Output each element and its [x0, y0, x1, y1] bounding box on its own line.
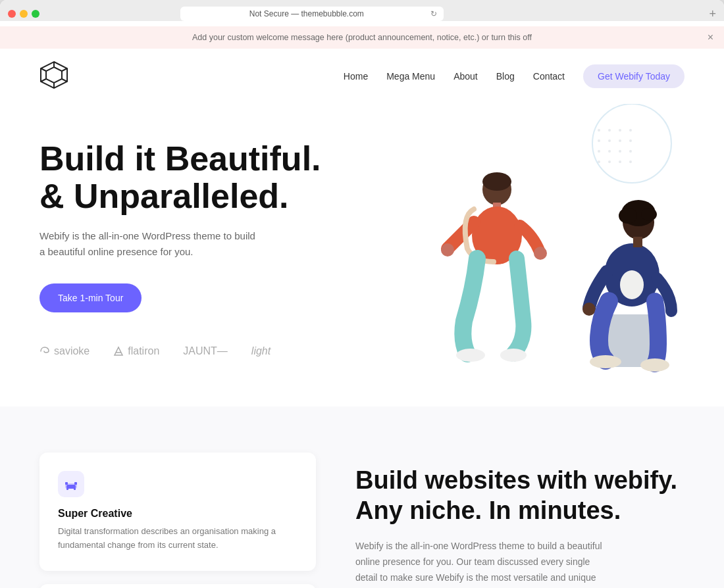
- svg-point-22: [629, 150, 632, 153]
- svg-point-25: [619, 160, 621, 163]
- svg-point-11: [598, 129, 600, 132]
- hero-illustration: [382, 104, 698, 380]
- svg-point-14: [629, 129, 632, 132]
- svg-marker-1: [46, 67, 62, 83]
- svg-point-10: [592, 104, 671, 183]
- new-tab-button[interactable]: +: [709, 8, 716, 20]
- svg-point-15: [598, 139, 600, 142]
- svg-point-12: [608, 129, 611, 132]
- hero-section: Build it Beautiful. & Unparalleled. Webi…: [0, 104, 724, 406]
- brand-jaunt: JAUNT—: [183, 345, 228, 357]
- hero-title: Build it Beautiful. & Unparalleled.: [39, 140, 355, 215]
- announcement-close-button[interactable]: ×: [708, 32, 713, 43]
- hero-subtitle: Webify is the all-in-one WordPress theme…: [39, 228, 263, 260]
- svg-point-24: [608, 160, 611, 163]
- announcement-bar: Add your custom welcome message here (pr…: [0, 26, 724, 49]
- svg-point-37: [620, 270, 644, 299]
- brand-flatiron: flatiron: [113, 345, 159, 357]
- features-body: Webify is the all-in-one WordPress theme…: [355, 539, 606, 588]
- nav-home[interactable]: Home: [344, 71, 368, 82]
- brand-logos: savioke flatiron JAUNT— light: [39, 345, 355, 357]
- svg-point-34: [500, 349, 527, 362]
- browser-chrome: Not Secure — themebubble.com ↻ +: [0, 0, 724, 21]
- svg-point-45: [640, 358, 669, 372]
- svg-point-16: [608, 139, 611, 142]
- svg-rect-51: [74, 488, 76, 490]
- svg-point-21: [619, 150, 621, 153]
- svg-point-40: [619, 208, 637, 224]
- svg-rect-48: [65, 482, 68, 485]
- svg-line-7: [41, 68, 46, 71]
- site-content: Add your custom welcome message here (pr…: [0, 26, 724, 588]
- svg-line-4: [62, 79, 67, 82]
- svg-line-3: [62, 68, 67, 71]
- feature-card-creative: Super Creative Digital transformation de…: [39, 453, 316, 571]
- svg-point-32: [534, 247, 547, 260]
- svg-point-33: [456, 349, 485, 362]
- features-text: Build websites with webify. Any niche. I…: [316, 453, 685, 588]
- svg-line-6: [41, 79, 46, 82]
- svg-point-20: [608, 150, 611, 153]
- address-bar[interactable]: Not Secure — themebubble.com ↻: [180, 7, 444, 21]
- announcement-text: Add your custom welcome message here (pr…: [192, 33, 532, 42]
- features-heading: Build websites with webify. Any niche. I…: [355, 466, 685, 526]
- svg-rect-50: [66, 488, 68, 490]
- feature-card-driven: Feature-driven It's also a cultural chan…: [39, 584, 316, 588]
- dot-close[interactable]: [8, 10, 16, 18]
- hero-content: Build it Beautiful. & Unparalleled. Webi…: [39, 140, 355, 357]
- svg-point-44: [590, 355, 621, 368]
- browser-dots: [8, 10, 39, 18]
- svg-point-26: [629, 160, 632, 163]
- features-cards: Super Creative Digital transformation de…: [39, 453, 316, 588]
- url-text: Not Secure — themebubble.com: [187, 9, 427, 18]
- reload-icon[interactable]: ↻: [430, 9, 437, 18]
- nav-mega-menu[interactable]: Mega Menu: [386, 71, 435, 82]
- svg-point-41: [641, 208, 657, 221]
- svg-point-31: [441, 243, 454, 257]
- dot-maximize[interactable]: [32, 10, 39, 18]
- feature-title-creative: Super Creative: [58, 508, 297, 520]
- svg-point-18: [629, 139, 632, 142]
- nav-links: Home Mega Menu About Blog Contact Get We…: [344, 64, 685, 88]
- svg-point-43: [582, 303, 596, 316]
- svg-marker-8: [115, 347, 122, 355]
- svg-point-23: [598, 160, 600, 163]
- svg-point-19: [598, 150, 600, 153]
- svg-rect-42: [633, 237, 642, 247]
- svg-rect-49: [74, 482, 77, 485]
- cta-button[interactable]: Get Webify Today: [583, 64, 685, 88]
- navbar: Home Mega Menu About Blog Contact Get We…: [0, 49, 724, 104]
- nav-about[interactable]: About: [453, 71, 478, 82]
- site-logo[interactable]: [39, 61, 68, 92]
- feature-icon-sofa: [58, 471, 84, 497]
- svg-point-28: [482, 172, 511, 191]
- svg-point-13: [619, 129, 621, 132]
- features-section: Super Creative Digital transformation de…: [0, 406, 724, 588]
- brand-savioke: savioke: [39, 345, 90, 357]
- feature-desc-creative: Digital transformation describes an orga…: [58, 525, 297, 552]
- browser-window: Not Secure — themebubble.com ↻ + Add you…: [0, 0, 724, 588]
- tour-button[interactable]: Take 1-min Tour: [39, 283, 142, 312]
- dot-minimize[interactable]: [20, 10, 28, 18]
- svg-point-17: [619, 139, 621, 142]
- brand-light: light: [251, 345, 271, 357]
- nav-contact[interactable]: Contact: [533, 71, 565, 82]
- nav-blog[interactable]: Blog: [496, 71, 515, 82]
